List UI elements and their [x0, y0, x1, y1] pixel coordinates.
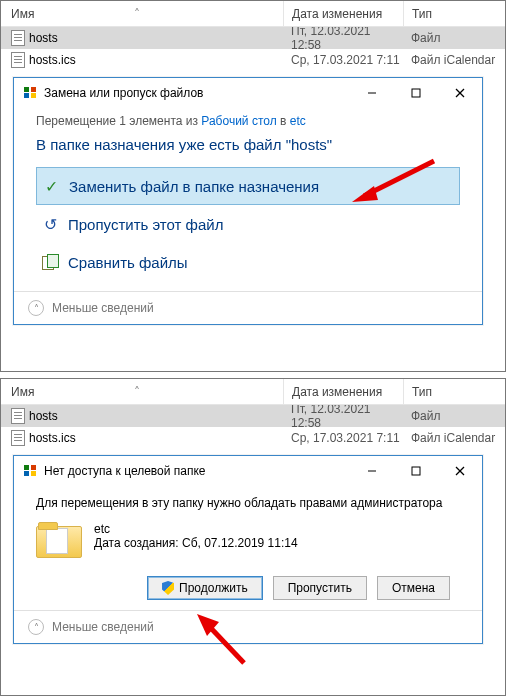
- file-name: hosts: [29, 409, 58, 423]
- file-icon: [11, 430, 25, 446]
- file-type: Файл iCalendar: [403, 53, 505, 67]
- dialog-titlebar: Замена или пропуск файлов: [14, 78, 482, 108]
- file-row[interactable]: hosts Пт, 12.03.2021 12:58 Файл: [1, 405, 505, 427]
- file-icon: [11, 52, 25, 68]
- explorer-panel-top: Имя ˄ Дата изменения Тип hosts Пт, 12.03…: [0, 0, 506, 372]
- compare-icon: [42, 254, 58, 270]
- file-name: hosts: [29, 31, 58, 45]
- file-name: hosts.ics: [29, 431, 76, 445]
- file-date: Пт, 12.03.2021 12:58: [283, 402, 403, 430]
- col-date[interactable]: Дата изменения: [283, 379, 403, 404]
- option-skip[interactable]: ↺ Пропустить этот файл: [36, 205, 460, 243]
- folder-created: Дата создания: Сб, 07.12.2019 11:14: [94, 536, 298, 550]
- file-type: Файл: [403, 409, 505, 423]
- svg-rect-1: [412, 89, 420, 97]
- svg-rect-7: [412, 467, 420, 475]
- chevron-up-icon[interactable]: ˄: [28, 619, 44, 635]
- folder-name: etc: [94, 522, 298, 536]
- check-icon: ✓: [43, 178, 59, 194]
- dialog-footer: ˄ Меньше сведений: [14, 291, 482, 324]
- copy-icon: [24, 87, 38, 99]
- skip-button[interactable]: Пропустить: [273, 576, 367, 600]
- maximize-button[interactable]: [394, 457, 438, 485]
- column-headers: Имя ˄ Дата изменения Тип: [1, 1, 505, 27]
- sort-chevron-up-icon: ˄: [131, 379, 143, 405]
- button-label: Продолжить: [179, 581, 248, 595]
- folder-info: etc Дата создания: Сб, 07.12.2019 11:14: [36, 522, 460, 558]
- cancel-button[interactable]: Отмена: [377, 576, 450, 600]
- col-type[interactable]: Тип: [403, 1, 505, 26]
- col-date[interactable]: Дата изменения: [283, 1, 403, 26]
- dialog-title: Замена или пропуск файлов: [44, 86, 350, 100]
- svg-marker-5: [352, 186, 378, 202]
- option-label: Сравнить файлы: [68, 254, 188, 271]
- file-date: Ср, 17.03.2021 7:11: [283, 431, 403, 445]
- less-details[interactable]: Меньше сведений: [52, 620, 154, 634]
- option-compare[interactable]: Сравнить файлы: [36, 243, 460, 281]
- move-description: Перемещение 1 элемента из Рабочий стол в…: [36, 114, 460, 128]
- svg-line-10: [207, 624, 244, 663]
- continue-button[interactable]: Продолжить: [147, 576, 263, 600]
- uac-shield-icon: [162, 581, 174, 595]
- option-label: Пропустить этот файл: [68, 216, 223, 233]
- col-type[interactable]: Тип: [403, 379, 505, 404]
- chevron-up-icon[interactable]: ˄: [28, 300, 44, 316]
- minimize-button[interactable]: [350, 79, 394, 107]
- uac-dialog: Нет доступа к целевой папке Для перемеще…: [13, 455, 483, 644]
- annotation-arrow-icon: [189, 608, 259, 668]
- replace-dialog: Замена или пропуск файлов Перемещение 1 …: [13, 77, 483, 325]
- copy-icon: [24, 465, 38, 477]
- file-name: hosts.ics: [29, 53, 76, 67]
- dialog-title: Нет доступа к целевой папке: [44, 464, 350, 478]
- file-date: Ср, 17.03.2021 7:11: [283, 53, 403, 67]
- file-row[interactable]: hosts.ics Ср, 17.03.2021 7:11 Файл iCale…: [1, 427, 505, 449]
- explorer-panel-bottom: Имя ˄ Дата изменения Тип hosts Пт, 12.03…: [0, 378, 506, 696]
- uac-message: Для перемещения в эту папку нужно облада…: [36, 496, 460, 510]
- file-date: Пт, 12.03.2021 12:58: [283, 24, 403, 52]
- close-button[interactable]: [438, 457, 482, 485]
- source-link[interactable]: Рабочий стол: [201, 114, 276, 128]
- button-label: Отмена: [392, 581, 435, 595]
- file-row[interactable]: hosts Пт, 12.03.2021 12:58 Файл: [1, 27, 505, 49]
- col-name[interactable]: Имя: [11, 7, 283, 21]
- less-details[interactable]: Меньше сведений: [52, 301, 154, 315]
- close-button[interactable]: [438, 79, 482, 107]
- sort-chevron-up-icon: ˄: [131, 1, 143, 27]
- option-label: Заменить файл в папке назначения: [69, 178, 319, 195]
- annotation-arrow-icon: [344, 156, 444, 206]
- col-name[interactable]: Имя: [11, 385, 283, 399]
- folder-icon: [36, 522, 80, 558]
- file-row[interactable]: hosts.ics Ср, 17.03.2021 7:11 Файл iCale…: [1, 49, 505, 71]
- file-icon: [11, 408, 25, 424]
- file-icon: [11, 30, 25, 46]
- dialog-titlebar: Нет доступа к целевой папке: [14, 456, 482, 486]
- maximize-button[interactable]: [394, 79, 438, 107]
- conflict-headline: В папке назначения уже есть файл "hosts": [36, 136, 460, 153]
- minimize-button[interactable]: [350, 457, 394, 485]
- column-headers: Имя ˄ Дата изменения Тип: [1, 379, 505, 405]
- skip-icon: ↺: [42, 216, 58, 232]
- button-label: Пропустить: [288, 581, 352, 595]
- file-type: Файл iCalendar: [403, 431, 505, 445]
- dest-link[interactable]: etc: [290, 114, 306, 128]
- file-type: Файл: [403, 31, 505, 45]
